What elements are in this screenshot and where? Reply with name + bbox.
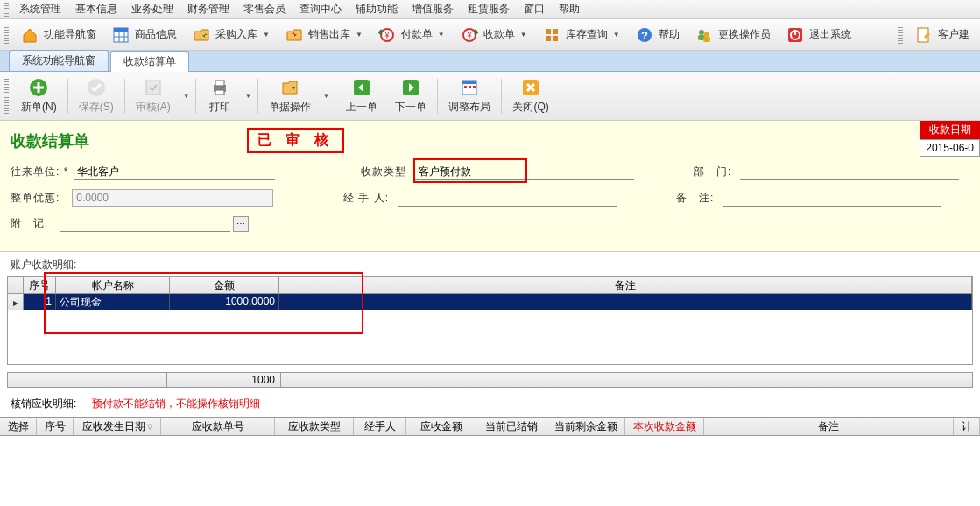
dropdown-arrow-icon[interactable]: ▼ <box>613 31 620 39</box>
col-account[interactable]: 帐户名称 <box>56 277 170 293</box>
cell-remark[interactable] <box>279 294 972 310</box>
col-amount[interactable]: 金额 <box>170 277 279 293</box>
date-label: 收款日期 <box>920 121 980 139</box>
tb-purchase-in[interactable]: 采购入库▼ <box>184 23 277 47</box>
wcol-receivable[interactable]: 应收金额 <box>406 418 476 435</box>
svg-point-15 <box>699 30 704 35</box>
dropdown-arrow-icon[interactable]: ▼ <box>263 31 270 39</box>
dropdown-arrow-icon[interactable]: ▼ <box>356 31 363 39</box>
tb-sales-out[interactable]: 销售出库▼ <box>277 23 370 47</box>
cell-amount[interactable]: 1000.0000 <box>170 294 279 310</box>
act-close[interactable]: 关闭(Q) <box>504 74 557 118</box>
svg-point-31 <box>222 87 224 88</box>
svg-rect-10 <box>553 29 558 34</box>
row-marker-icon: ▸ <box>8 294 24 310</box>
svg-rect-18 <box>703 37 710 42</box>
wcol-remaining[interactable]: 当前剩余金额 <box>546 418 625 435</box>
act-print[interactable]: 打印 <box>198 74 242 118</box>
svg-rect-36 <box>464 86 467 88</box>
menu-aux[interactable]: 辅助功能 <box>349 0 405 18</box>
tab-receipt-settlement[interactable]: 收款结算单 <box>110 51 189 72</box>
svg-rect-29 <box>215 81 224 86</box>
summary-bar: 1000 <box>7 372 973 388</box>
menu-vas[interactable]: 增值服务 <box>405 0 461 18</box>
menu-lease[interactable]: 租赁服务 <box>461 0 517 18</box>
input-type[interactable] <box>415 164 634 180</box>
act-new[interactable]: 新单(N) <box>12 74 66 118</box>
folder-out-icon <box>284 25 305 46</box>
tb-customer-create[interactable]: 客户建 <box>906 23 976 47</box>
tb-exit[interactable]: 退出系统 <box>778 23 858 47</box>
exit-icon <box>785 25 806 46</box>
writeoff-table-header: 选择 序号 应收发生日期▽ 应收款单号 应收款类型 经手人 应收金额 当前已结销… <box>0 417 980 436</box>
menu-query[interactable]: 查询中心 <box>293 0 349 18</box>
wcol-seq[interactable]: 序号 <box>37 418 74 435</box>
input-attach[interactable] <box>60 215 230 232</box>
toolbar-grip <box>4 25 9 46</box>
menu-finance[interactable]: 财务管理 <box>180 0 236 18</box>
date-value[interactable]: 2015-06-0 <box>920 139 980 157</box>
check-icon <box>86 77 107 98</box>
col-seq[interactable]: 序号 <box>24 277 56 293</box>
cell-seq: 1 <box>24 294 56 310</box>
menu-window[interactable]: 窗口 <box>517 0 552 18</box>
menu-system[interactable]: 系统管理 <box>12 0 68 18</box>
table-row[interactable]: ▸ 1 公司现金 1000.0000 <box>8 294 972 310</box>
act-save: 保存(S) <box>70 74 123 118</box>
label-discount: 整单优惠: <box>11 191 60 206</box>
menu-basic-info[interactable]: 基本信息 <box>68 0 124 18</box>
act-layout[interactable]: 调整布局 <box>440 74 499 118</box>
act-doc-operation[interactable]: 单据操作 <box>260 74 320 118</box>
wcol-handler[interactable]: 经手人 <box>354 418 406 435</box>
tab-system-nav[interactable]: 系统功能导航窗 <box>9 50 109 71</box>
svg-rect-11 <box>546 36 551 41</box>
attach-browse-button[interactable]: ⋯ <box>233 216 249 232</box>
prev-icon <box>351 77 372 98</box>
dropdown-arrow-icon[interactable]: ▼ <box>242 92 256 100</box>
wcol-docno[interactable]: 应收款单号 <box>161 418 275 435</box>
input-handler[interactable] <box>398 190 617 207</box>
tb-payment[interactable]: ¥ 付款单▼ <box>370 23 452 47</box>
act-next[interactable]: 下一单 <box>386 74 435 118</box>
tb-switch-user[interactable]: 更换操作员 <box>687 23 778 47</box>
wcol-this-receipt[interactable]: 本次收款金额 <box>625 418 704 435</box>
writeoff-message: 预付款不能结销，不能操作核销明细 <box>92 397 260 411</box>
note-icon <box>913 25 934 46</box>
svg-rect-38 <box>473 86 476 88</box>
menu-retail[interactable]: 零售会员 <box>236 0 293 18</box>
input-unit[interactable] <box>74 164 275 180</box>
row-marker-header <box>8 277 24 293</box>
svg-rect-35 <box>462 81 476 84</box>
tb-receipt[interactable]: ¥ 收款单▼ <box>452 23 534 47</box>
svg-rect-30 <box>215 90 224 95</box>
tb-nav-window[interactable]: 功能导航窗 <box>12 23 103 47</box>
wcol-calc[interactable]: 计 <box>954 418 980 435</box>
dropdown-arrow-icon[interactable]: ▼ <box>438 31 445 39</box>
users-icon <box>694 25 715 46</box>
wcol-remark[interactable]: 备注 <box>704 418 954 435</box>
cell-account[interactable]: 公司现金 <box>56 294 170 310</box>
wcol-select[interactable]: 选择 <box>0 418 37 435</box>
svg-point-16 <box>704 32 709 37</box>
receive-icon: ¥ <box>459 25 480 46</box>
doc-op-icon <box>279 77 300 98</box>
act-prev[interactable]: 上一单 <box>337 74 386 118</box>
input-remark[interactable] <box>723 190 941 207</box>
tb-product-info[interactable]: 商品信息 <box>103 23 184 47</box>
menu-help[interactable]: 帮助 <box>552 0 587 18</box>
next-icon <box>400 77 421 98</box>
layout-icon <box>459 77 480 98</box>
wcol-settled[interactable]: 当前已结销 <box>476 418 546 435</box>
wcol-type[interactable]: 应收款类型 <box>275 418 354 435</box>
page-title: 收款结算单 <box>11 130 89 151</box>
input-discount <box>72 189 273 207</box>
wcol-date[interactable]: 应收发生日期▽ <box>74 418 161 435</box>
input-dept[interactable] <box>740 164 959 180</box>
tb-stock-query[interactable]: 库存查询▼ <box>534 23 627 47</box>
dropdown-arrow-icon[interactable]: ▼ <box>180 92 194 100</box>
tb-help[interactable]: ? 帮助 <box>627 23 687 47</box>
col-remark[interactable]: 备注 <box>279 277 972 293</box>
dropdown-arrow-icon[interactable]: ▼ <box>520 31 527 39</box>
dropdown-arrow-icon[interactable]: ▼ <box>320 92 334 100</box>
menu-business[interactable]: 业务处理 <box>124 0 180 18</box>
